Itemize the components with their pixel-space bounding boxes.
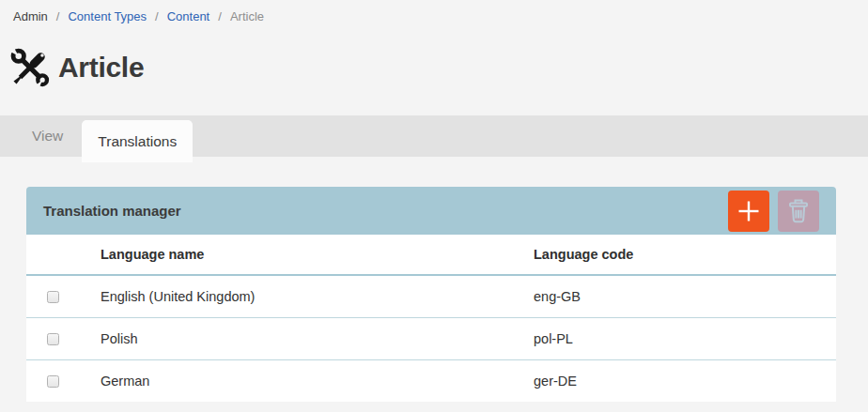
delete-translation-button[interactable] [778, 191, 819, 232]
breadcrumb-link-content[interactable]: Content [167, 9, 210, 23]
row-checkbox[interactable] [47, 375, 59, 388]
language-code-cell: ger-DE [534, 374, 836, 389]
row-checkbox[interactable] [47, 333, 59, 345]
add-translation-button[interactable] [728, 191, 769, 232]
translations-table: Language name Language code English (Uni… [26, 235, 836, 402]
page-header: Article [10, 46, 868, 89]
breadcrumb: Admin / Content Types / Content / Articl… [0, 0, 868, 23]
row-checkbox[interactable] [47, 291, 59, 303]
tab-translations[interactable]: Translations [82, 120, 193, 162]
breadcrumb-separator: / [218, 9, 222, 23]
tab-bar: View Translations [0, 115, 868, 157]
breadcrumb-item-article: Article [230, 9, 264, 23]
language-name-cell: German [101, 374, 534, 389]
trash-icon [787, 198, 810, 223]
language-code-cell: eng-GB [534, 289, 836, 304]
tab-view[interactable]: View [13, 115, 82, 157]
table-row: German ger-DE [26, 360, 836, 402]
panel-title: Translation manager [43, 203, 181, 219]
breadcrumb-separator: / [155, 9, 159, 23]
panel-header: Translation manager [26, 187, 836, 235]
translation-manager-panel: Translation manager Language name Langua… [26, 187, 836, 402]
column-header-language-name: Language name [101, 247, 534, 262]
breadcrumb-item-admin: Admin [13, 9, 48, 23]
breadcrumb-separator: / [56, 9, 60, 23]
breadcrumb-link-content-types[interactable]: Content Types [68, 9, 147, 23]
language-code-cell: pol-PL [534, 331, 836, 346]
language-name-cell: Polish [101, 331, 534, 346]
table-header-row: Language name Language code [26, 235, 836, 276]
tools-icon [10, 48, 50, 87]
column-header-language-code: Language code [534, 247, 836, 262]
page-title: Article [58, 52, 144, 84]
table-row: English (United Kingdom) eng-GB [26, 276, 836, 318]
language-name-cell: English (United Kingdom) [101, 289, 534, 304]
plus-icon [737, 200, 760, 222]
table-row: Polish pol-PL [26, 318, 836, 360]
